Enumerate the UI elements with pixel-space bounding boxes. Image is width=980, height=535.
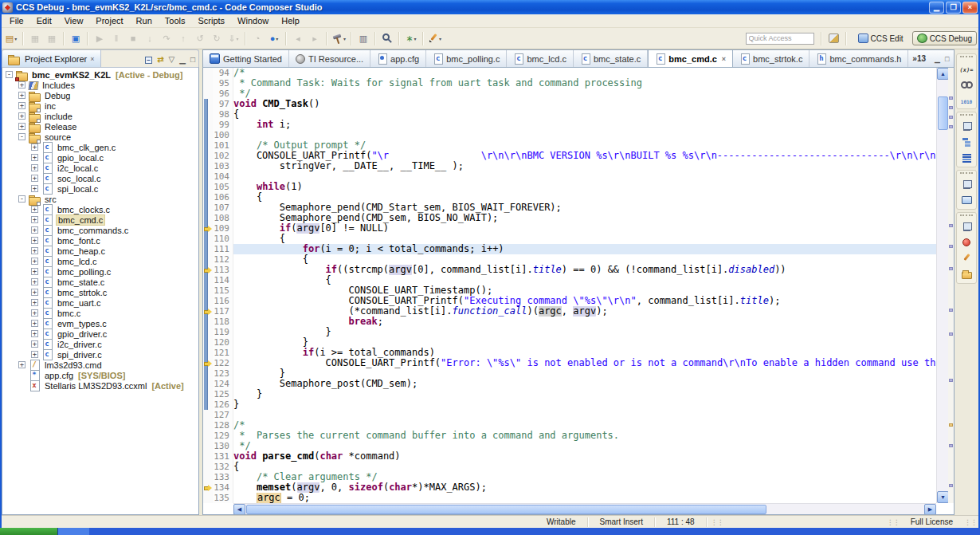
marker-bar[interactable] <box>203 306 213 317</box>
marker-bar[interactable] <box>203 358 213 368</box>
tree-item-bmc-lcd-c[interactable]: +cbmc_lcd.c <box>2 256 198 266</box>
tree-item-stellaris-lm3s2d93-ccxml[interactable]: xStellaris LM3S2D93.ccxml[Active] <box>2 380 198 391</box>
tree-item-src[interactable]: -src <box>2 194 198 204</box>
marker-bar[interactable] <box>203 213 213 223</box>
expand-icon[interactable]: + <box>31 226 38 234</box>
marker-bar[interactable] <box>203 192 213 203</box>
maximize-view-icon[interactable]: □ <box>190 56 195 64</box>
code-line[interactable]: 121 if(i >= total_commands) <box>203 348 936 358</box>
code-line[interactable]: 122 CONSOLE_UART_Printf("Error: \"%s\" i… <box>203 358 936 368</box>
menu-scripts[interactable]: Scripts <box>191 15 231 26</box>
marker-bar[interactable] <box>203 431 213 441</box>
tree-item-bmc-uart-c[interactable]: +cbmc_uart.c <box>2 297 198 308</box>
code-line[interactable]: 127 <box>203 410 936 420</box>
code-line[interactable]: 135 argc = 0; <box>203 493 936 503</box>
marker-bar[interactable] <box>203 140 213 151</box>
marker-bar[interactable] <box>203 296 213 306</box>
tree-item-gpio-local-c[interactable]: +cgpio_local.c <box>2 152 198 163</box>
expand-icon[interactable]: + <box>18 102 25 109</box>
tree-item-bmc-strtok-c[interactable]: +cbmc_strtok.c <box>2 287 198 297</box>
code-line[interactable]: 104 <box>203 171 936 182</box>
marker-bar[interactable] <box>203 161 213 171</box>
expand-icon[interactable]: + <box>18 123 25 130</box>
code-editor[interactable]: 94/*95 * Command Task: Waits for signal … <box>202 68 955 515</box>
code-line[interactable]: 128/* <box>203 420 936 431</box>
code-line[interactable]: 95 * Command Task: Waits for signal from… <box>203 78 936 89</box>
tab-bmc-commands-h[interactable]: hbmc_commands.h <box>809 50 908 67</box>
step-return-button[interactable]: ↑ <box>175 30 191 46</box>
drag-handle[interactable] <box>960 114 973 116</box>
marker-bar[interactable] <box>203 89 213 99</box>
expand-icon[interactable]: + <box>31 216 38 223</box>
code-line[interactable]: 100 <box>203 130 936 140</box>
marker-bar[interactable] <box>203 493 213 503</box>
marker-bar[interactable] <box>203 171 213 182</box>
collapse-all-icon[interactable] <box>145 57 152 64</box>
tree-item-debug[interactable]: +Debug <box>2 90 198 100</box>
maximize-editor-icon[interactable]: □ <box>945 55 949 63</box>
menu-project[interactable]: Project <box>89 15 129 26</box>
expand-icon[interactable]: + <box>31 320 38 327</box>
open-perspective-icon[interactable] <box>829 33 839 43</box>
tree-item-soc-local-c[interactable]: +csoc_local.c <box>2 173 198 183</box>
perspective-ccs-debug[interactable]: CCS Debug <box>912 31 977 45</box>
code-line[interactable]: 120 } <box>203 337 936 348</box>
code-line[interactable]: 111 for(i = 0; i < total_commands; i++) <box>203 244 936 254</box>
tree-item-i2c-local-c[interactable]: +ci2c_local.c <box>2 163 198 173</box>
tree-item-bmc-clocks-c[interactable]: +cbmc_clocks.c <box>2 204 198 214</box>
suspend-button[interactable]: ‖ <box>108 30 124 46</box>
restart-button[interactable]: ↻ <box>209 30 225 46</box>
forward-button[interactable]: ▸ <box>307 30 323 46</box>
problems-icon[interactable] <box>959 236 974 249</box>
code-line[interactable]: 96 */ <box>203 89 936 99</box>
trace-button[interactable]: ◔ <box>249 30 265 46</box>
marker-bar[interactable] <box>203 203 213 213</box>
debug-view-button[interactable]: ▣ <box>68 30 84 46</box>
expand-icon[interactable]: + <box>18 361 25 368</box>
expand-icon[interactable]: + <box>18 112 25 120</box>
close-view-icon[interactable]: × <box>90 55 94 63</box>
marker-bar[interactable] <box>203 109 213 120</box>
marker-bar[interactable] <box>203 337 213 348</box>
vertical-scroll-thumb[interactable] <box>938 96 948 130</box>
expand-icon[interactable]: + <box>31 299 38 306</box>
horizontal-scrollbar[interactable]: ◀ ▶ <box>233 503 936 514</box>
outline-icon[interactable] <box>959 136 974 148</box>
code-line[interactable]: 118 break; <box>203 317 936 327</box>
expand-icon[interactable]: + <box>31 268 38 275</box>
more-tabs-button[interactable]: »13 <box>908 50 930 67</box>
close-window-button[interactable]: × <box>962 2 978 14</box>
disassembly-icon[interactable] <box>959 151 974 164</box>
tree-item-bmc-clk-gen-c[interactable]: +cbmc_clk_gen.c <box>2 142 198 152</box>
code-line[interactable]: 102 CONSOLE_UART_Printf("\r \r\n\r\nBMC … <box>203 151 936 161</box>
scroll-left-icon[interactable]: ◀ <box>233 504 245 515</box>
tree-item-bmc-polling-c[interactable]: +cbmc_polling.c <box>2 266 198 277</box>
code-line[interactable]: 98{ <box>203 109 936 120</box>
tab-app-cfg[interactable]: app.cfg <box>370 50 426 67</box>
code-line[interactable]: 123 } <box>203 368 936 379</box>
marker-bar[interactable] <box>203 441 213 451</box>
step-over-button[interactable]: ↷ <box>159 30 174 46</box>
restore-view-icon[interactable] <box>959 220 974 233</box>
code-line[interactable]: 97void CMD_Task() <box>203 99 936 109</box>
marker-bar[interactable] <box>203 234 213 244</box>
tree-item-gpio-driver-c[interactable]: +cgpio_driver.c <box>2 328 198 339</box>
perspective-ccs-edit[interactable]: CCS Edit <box>853 31 908 45</box>
tab-bmc-state-c[interactable]: cbmc_state.c <box>574 50 648 67</box>
code-line[interactable]: 119 } <box>203 327 936 337</box>
code-line[interactable]: 115 CONSOLE_UART_Timestamp(); <box>203 285 936 296</box>
code-line[interactable]: 108 Semaphore_pend(CMD_sem, BIOS_NO_WAIT… <box>203 213 936 223</box>
expand-icon[interactable]: + <box>18 92 25 99</box>
tab-getting-started[interactable]: Getting Started <box>203 50 289 67</box>
code-line[interactable]: 126} <box>203 399 936 410</box>
marker-bar[interactable] <box>203 254 213 265</box>
target-configurations-icon[interactable] <box>959 268 974 281</box>
code-line[interactable]: 117 (*command_list[i].function_call)(arg… <box>203 306 936 317</box>
marker-bar[interactable] <box>203 151 213 161</box>
marker-bar[interactable] <box>203 120 213 130</box>
marker-bar[interactable] <box>203 275 213 285</box>
expressions-icon[interactable] <box>959 77 974 90</box>
tab-ti-resource[interactable]: TI Resource... <box>289 50 370 67</box>
step-into-button[interactable]: ↓ <box>142 30 158 46</box>
expand-icon[interactable]: + <box>18 81 25 89</box>
